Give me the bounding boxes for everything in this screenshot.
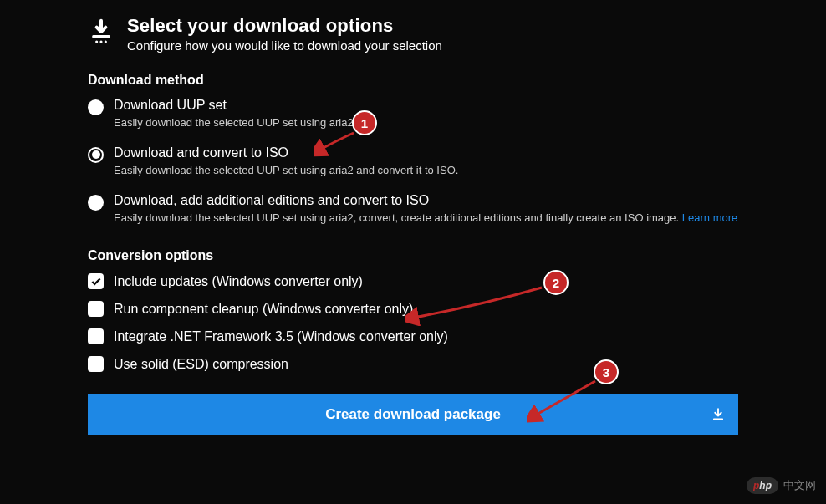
learn-more-link[interactable]: Learn more: [682, 211, 737, 224]
option-desc: Easily download the selected UUP set usi…: [114, 210, 738, 227]
page-title: Select your download options: [127, 15, 442, 37]
checkbox-component-cleanup[interactable]: Run component cleanup (Windows converter…: [88, 301, 738, 317]
checkbox-label: Run component cleanup (Windows converter…: [114, 302, 413, 317]
watermark: php 中文网: [747, 477, 816, 494]
radio-download-additional-editions[interactable]: Download, add additional editions and co…: [88, 193, 738, 227]
option-desc: Easily download the selected UUP set usi…: [114, 162, 738, 180]
option-desc: Easily download the selected UUP set usi…: [114, 115, 738, 132]
button-label: Create download package: [325, 406, 501, 423]
radio-icon: [88, 147, 104, 163]
svg-point-2: [99, 40, 102, 43]
annotation-badge-1: 1: [352, 110, 377, 135]
page-header: Select your download options Configure h…: [88, 15, 738, 53]
option-title: Download, add additional editions and co…: [114, 193, 738, 208]
annotation-badge-2: 2: [543, 270, 569, 295]
svg-rect-4: [713, 419, 723, 420]
conversion-options-title: Conversion options: [88, 248, 738, 263]
radio-icon: [88, 195, 104, 211]
option-title: Download UUP set: [114, 98, 738, 113]
checkbox-label: Include updates (Windows converter only): [114, 274, 363, 289]
checkbox-integrate-net[interactable]: Integrate .NET Framework 3.5 (Windows co…: [88, 328, 738, 344]
checkbox-icon: [88, 356, 104, 372]
svg-point-1: [95, 40, 98, 43]
checkbox-esd-compression[interactable]: Use solid (ESD) compression: [88, 356, 738, 372]
watermark-text: 中文网: [783, 478, 816, 493]
annotation-badge-3: 3: [594, 359, 619, 384]
checkbox-include-updates[interactable]: Include updates (Windows converter only): [88, 273, 738, 289]
download-icon: [711, 407, 726, 422]
checkbox-icon: [88, 328, 104, 344]
radio-download-uup-set[interactable]: Download UUP set Easily download the sel…: [88, 98, 738, 132]
conversion-options-section: Conversion options Include updates (Wind…: [88, 248, 738, 372]
radio-download-convert-iso[interactable]: Download and convert to ISO Easily downl…: [88, 145, 738, 180]
svg-point-3: [105, 40, 107, 43]
option-title: Download and convert to ISO: [114, 145, 738, 160]
watermark-logo: php: [747, 477, 778, 494]
download-icon: [88, 18, 115, 45]
checkbox-icon: [88, 301, 104, 317]
checkbox-icon: [88, 273, 104, 289]
checkbox-label: Integrate .NET Framework 3.5 (Windows co…: [114, 329, 448, 344]
download-method-title: Download method: [88, 73, 738, 88]
radio-icon: [88, 99, 104, 115]
checkbox-label: Use solid (ESD) compression: [114, 357, 288, 372]
svg-rect-0: [92, 35, 110, 38]
page-subtitle: Configure how you would like to download…: [127, 38, 442, 53]
create-download-package-button[interactable]: Create download package: [88, 394, 738, 435]
download-method-section: Download method Download UUP set Easily …: [88, 73, 738, 227]
